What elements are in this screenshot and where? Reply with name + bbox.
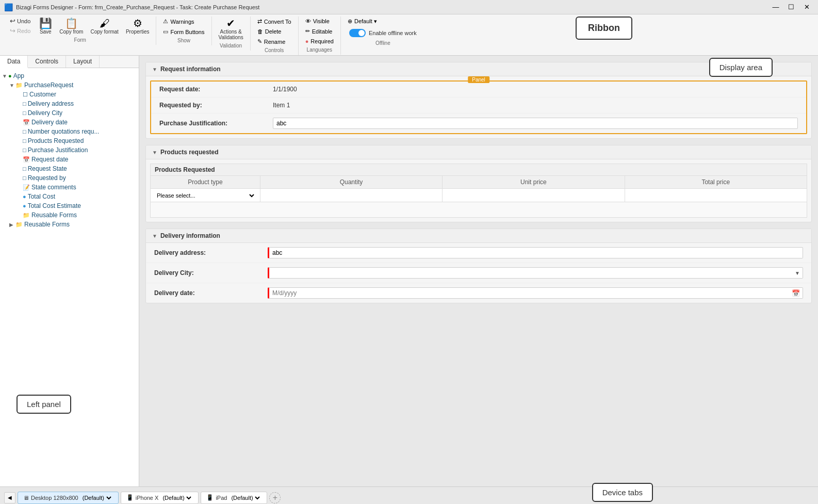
expand-pr[interactable]: ▼ [9, 83, 14, 88]
tree-item-request-date[interactable]: ▶ 📅 Request date [2, 155, 137, 164]
form-buttons-button[interactable]: ▭ Form Buttons [160, 27, 207, 37]
copy-from-icon: 📋 [65, 18, 78, 28]
tree-area: ▼ ● App ▼ 📁 PurchaseRequest ▶ ☐ Customer [0, 68, 139, 486]
iphone-tab[interactable]: 📱 iPhone X (Default) [121, 492, 199, 504]
tree-item-purchaserequest[interactable]: ▼ 📁 PurchaseRequest [2, 80, 137, 90]
copy-from-button[interactable]: 📋 Copy from [57, 17, 86, 36]
tab-controls[interactable]: Controls [28, 56, 66, 68]
expand-app[interactable]: ▼ [2, 73, 7, 79]
product-type-select[interactable]: Please select... [155, 192, 256, 199]
tree-item-purchase-justification[interactable]: ▶ □ Purchase Justification [2, 145, 137, 155]
calendar-icon[interactable]: 📅 [792, 289, 800, 297]
reusable-forms-icon: 📁 [15, 221, 23, 228]
tree-item-number-quotations[interactable]: ▶ □ Number quotations requ... [2, 127, 137, 136]
delivery-date-input[interactable] [268, 287, 803, 299]
desktop-dropdown[interactable]: (Default) [80, 494, 113, 501]
delivery-city-label: Delivery City: [154, 269, 268, 277]
left-panel: Data Controls Layout ▼ ● App ▼ 📁 Purchas… [0, 56, 139, 486]
default-dropdown-button[interactable]: ⊕ Default ▾ [345, 17, 421, 26]
ipad-tab[interactable]: 📱 iPad (Default) [201, 492, 267, 504]
total-price-input[interactable] [629, 191, 803, 199]
tab-layout[interactable]: Layout [66, 56, 100, 68]
delivery-information-content: Delivery address: Delivery City: ▼ Deliv… [146, 243, 811, 303]
title-bar: 🟦 Bizagi Forms Designer - Form: frm_Crea… [0, 0, 818, 14]
actions-icon: ✔ [226, 18, 235, 28]
tree-item-requested-by[interactable]: ▶ □ Requested by [2, 173, 137, 183]
iphone-dropdown[interactable]: (Default) [160, 494, 193, 501]
requested-by-value: Item 1 [273, 102, 798, 109]
delivery-information-header[interactable]: ▼ Delivery information [146, 229, 811, 243]
languages-group: 👁 Visible ✏ Editable ● Required Lang [299, 17, 341, 55]
offline-toggle[interactable] [349, 29, 366, 37]
tree-item-delivery-date[interactable]: ▶ 📅 Delivery date [2, 118, 137, 127]
form-buttons-icon: ▭ [163, 28, 168, 35]
panel-badge: Panel [468, 76, 489, 83]
form-group: ↩ Undo ↪ Redo 💾 Save 📋 Co [4, 17, 156, 45]
tree-item-reusable-forms-child[interactable]: ▶ 📁 Reusable Forms [2, 210, 137, 220]
quantity-input[interactable] [265, 191, 438, 199]
minimize-button[interactable]: — [768, 2, 783, 13]
convert-icon: ⇄ [257, 18, 262, 25]
unit-price-input[interactable] [447, 191, 620, 199]
languages-group-items: 👁 Visible ✏ Editable ● Required [303, 17, 336, 46]
tree-item-reusable-forms[interactable]: ▶ 📁 Reusable Forms [2, 220, 137, 229]
tree-item-delivery-city[interactable]: ▶ □ Delivery City [2, 108, 137, 118]
delivery-address-input[interactable] [268, 247, 803, 258]
add-row-cell [151, 202, 807, 218]
actions-validations-button[interactable]: ✔ Actions &Validations [216, 17, 246, 42]
tree-item-state-comments[interactable]: ▶ 📝 State comments [2, 183, 137, 192]
properties-icon: ⚙ [133, 18, 142, 28]
products-requested-content: Products Requested Product type Quantity… [146, 159, 811, 222]
products-requested-header[interactable]: ▼ Products requested [146, 145, 811, 159]
app-tree-icon: ● [8, 73, 12, 79]
ipad-dropdown[interactable]: (Default) [229, 494, 261, 501]
undo-button[interactable]: ↩ Undo [8, 17, 32, 25]
redo-button[interactable]: ↪ Redo [8, 26, 32, 35]
tree-item-products-requested[interactable]: ▶ □ Products Requested [2, 136, 137, 145]
editable-button[interactable]: ✏ Editable [303, 26, 336, 36]
tree-item-customer[interactable]: ▶ ☐ Customer [2, 90, 137, 99]
col-unit-price: Unit price [443, 176, 625, 189]
prev-device-button[interactable]: ◀ [4, 492, 15, 503]
products-requested-icon: □ [23, 138, 26, 144]
tree-item-app[interactable]: ▼ ● App [2, 71, 137, 80]
rename-button[interactable]: ✎ Rename [255, 37, 294, 46]
visible-button[interactable]: 👁 Visible [303, 17, 336, 26]
device-tabs-callout: Device tabs [592, 483, 653, 502]
maximize-button[interactable]: ☐ [784, 2, 798, 13]
copy-format-button[interactable]: 🖌 Copy format [88, 17, 121, 36]
product-type-cell: Please select... [151, 189, 260, 202]
warnings-button[interactable]: ⚠ Warnings [160, 17, 207, 26]
close-button[interactable]: ✕ [799, 2, 814, 13]
delivery-date-label: Delivery date: [154, 289, 268, 297]
add-device-tab-button[interactable]: + [269, 492, 281, 503]
desktop-icon: 🖥 [23, 495, 29, 501]
delivery-city-input[interactable] [268, 267, 803, 279]
rename-icon: ✎ [257, 38, 262, 45]
convert-to-button[interactable]: ⇄ Convert To [255, 17, 294, 26]
device-tabs: ◀ 🖥 Desktop 1280x800 (Default) 📱 iPhone … [0, 486, 818, 504]
purchase-justification-row: Purchase Justification: [151, 113, 806, 133]
tree-item-request-state[interactable]: ▶ □ Request State [2, 164, 137, 173]
left-panel-callout: Left panel [17, 395, 71, 414]
expand-rf[interactable]: ▶ [9, 222, 14, 227]
delivery-address-label: Delivery address: [154, 249, 268, 256]
tab-data[interactable]: Data [0, 56, 28, 68]
desktop-tab[interactable]: 🖥 Desktop 1280x800 (Default) [18, 492, 119, 504]
required-button[interactable]: ● Required [303, 37, 336, 46]
purchase-justification-input[interactable] [273, 118, 798, 129]
iphone-icon: 📱 [126, 494, 134, 501]
display-area-callout: Display area [709, 58, 773, 77]
save-button[interactable]: 💾 Save [36, 17, 55, 36]
offline-label: Enable offline work [369, 30, 417, 36]
validation-group-label: Validation [220, 43, 242, 48]
properties-button[interactable]: ⚙ Properties [123, 17, 152, 36]
tree-item-total-cost-estimate[interactable]: ▶ ● Total Cost Estimate [2, 201, 137, 210]
window-title: Bizagi Forms Designer - Form: frm_Create… [16, 4, 259, 10]
delete-button[interactable]: 🗑 Delete [255, 27, 294, 36]
tree-item-delivery-address[interactable]: ▶ □ Delivery address [2, 99, 137, 108]
tree-item-total-cost[interactable]: ▶ ● Total Cost [2, 192, 137, 201]
validation-group: ✔ Actions &Validations Validation [212, 17, 251, 51]
delivery-address-row: Delivery address: [146, 243, 811, 263]
request-date-value: 1/1/1900 [273, 86, 798, 93]
